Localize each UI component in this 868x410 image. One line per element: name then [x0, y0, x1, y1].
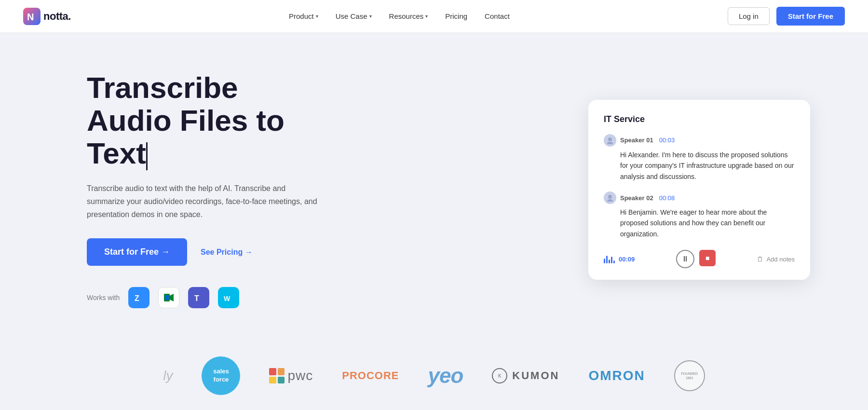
- svg-text:W: W: [224, 295, 231, 302]
- speaker2-text: Hi Benjamin. We're eager to hear more ab…: [604, 207, 795, 239]
- audio-bar-1: [604, 259, 605, 263]
- svg-rect-5: [165, 295, 169, 300]
- logo-salesforce: salesforce: [202, 356, 240, 395]
- hero-right: IT Service Speaker 01 00:03 Hi Alexander…: [347, 100, 810, 280]
- card-controls: 00:09 ⏸ ■ 🗒 Add notes: [604, 250, 795, 268]
- nav-item-pricing[interactable]: Pricing: [445, 12, 467, 20]
- chevron-down-icon: ▾: [369, 14, 372, 19]
- speaker2-row: Speaker 02 00:08: [604, 191, 795, 204]
- kumon-circle: K: [492, 368, 507, 383]
- audio-bar-3: [609, 260, 610, 263]
- chevron-down-icon: ▾: [425, 14, 428, 19]
- add-notes-button[interactable]: 🗒 Add notes: [757, 256, 795, 263]
- nav-actions: Log in Start for Free: [728, 7, 845, 26]
- hero-description: Transcribe audio to text with the help o…: [87, 182, 318, 221]
- procore-text: PROCORE: [342, 369, 399, 382]
- speaker1-name: Speaker 01: [620, 137, 653, 144]
- svg-marker-4: [170, 294, 174, 301]
- svg-point-10: [608, 195, 612, 199]
- omron-text: OMRON: [588, 368, 645, 383]
- zoom-icon: Z: [128, 287, 149, 308]
- audio-bar-2: [606, 256, 608, 263]
- nav-item-usecase[interactable]: Use Case ▾: [336, 12, 372, 20]
- logo-omron: OMRON: [588, 368, 645, 383]
- pwc-sq-red: [269, 368, 276, 375]
- svg-text:N: N: [27, 12, 34, 22]
- notes-icon: 🗒: [757, 256, 763, 263]
- svg-text:Z: Z: [135, 294, 139, 302]
- speaker2-block: Speaker 02 00:08 Hi Benjamin. We're eage…: [604, 191, 795, 239]
- pwc-sq-orange: [278, 368, 285, 375]
- hero-actions: Start for Free → See Pricing →: [87, 238, 347, 266]
- svg-text:T: T: [194, 294, 199, 302]
- speaker1-avatar: [604, 134, 616, 147]
- logos-section: ly salesforce pwc PROCORE yeo K KUMON OM…: [0, 337, 868, 410]
- speaker2-name: Speaker 02: [620, 194, 653, 202]
- kumon-text: KUMON: [512, 369, 559, 382]
- nav-links: Product ▾ Use Case ▾ Resources ▾ Pricing…: [289, 12, 510, 20]
- hero-title: Transcribe Audio Files to Text: [87, 71, 347, 170]
- seal-text: FOUNDED1861: [681, 371, 698, 380]
- see-pricing-button[interactable]: See Pricing →: [201, 248, 253, 257]
- logo-yeo: yeo: [428, 364, 463, 388]
- logo-icon: N: [23, 8, 41, 25]
- logo-procore: PROCORE: [342, 369, 399, 382]
- logo-text: notta.: [43, 10, 71, 23]
- pwc-sq-teal: [278, 377, 285, 384]
- audio-bar-5: [613, 260, 615, 263]
- svg-point-9: [607, 142, 613, 144]
- salesforce-text: salesforce: [213, 368, 229, 384]
- start-free-button-hero[interactable]: Start for Free →: [87, 238, 187, 266]
- playback-time: 00:09: [619, 256, 635, 263]
- google-meet-icon: [158, 287, 179, 308]
- logo-partial: ly: [163, 368, 173, 383]
- chevron-down-icon: ▾: [316, 14, 318, 19]
- pause-icon: ⏸: [681, 255, 689, 263]
- nav-item-resources[interactable]: Resources ▾: [389, 12, 428, 20]
- speaker1-text: Hi Alexander. I'm here to discuss the pr…: [604, 150, 795, 182]
- pwc-sq-yellow: [269, 377, 276, 384]
- logo-link[interactable]: N notta.: [23, 8, 71, 25]
- start-free-button-nav[interactable]: Start for Free: [776, 7, 845, 26]
- cursor: [146, 142, 148, 170]
- transcript-card: IT Service Speaker 01 00:03 Hi Alexander…: [588, 100, 810, 280]
- audio-bar-4: [611, 257, 612, 263]
- login-button[interactable]: Log in: [728, 7, 770, 25]
- navbar: N notta. Product ▾ Use Case ▾ Resources …: [0, 0, 868, 33]
- works-with: Works with Z T: [87, 287, 347, 308]
- audio-bars: [604, 255, 615, 263]
- card-title: IT Service: [604, 114, 795, 124]
- nav-item-product[interactable]: Product ▾: [289, 12, 318, 20]
- speaker1-block: Speaker 01 00:03 Hi Alexander. I'm here …: [604, 134, 795, 182]
- hero-section: Transcribe Audio Files to Text Transcrib…: [0, 33, 868, 337]
- audio-indicator: 00:09: [604, 255, 635, 263]
- logo-kumon: K KUMON: [492, 368, 559, 383]
- nav-item-contact[interactable]: Contact: [485, 12, 510, 20]
- stop-icon: ■: [705, 254, 709, 262]
- works-with-label: Works with: [87, 294, 120, 301]
- logo-pwc: pwc: [269, 368, 313, 383]
- yeo-text: yeo: [428, 364, 463, 388]
- speaker1-row: Speaker 01 00:03: [604, 134, 795, 147]
- svg-point-8: [608, 137, 612, 141]
- hero-content: Transcribe Audio Files to Text Transcrib…: [87, 71, 347, 308]
- pwc-text: pwc: [287, 368, 313, 383]
- speaker2-time: 00:08: [659, 194, 675, 202]
- webex-icon: W: [218, 287, 239, 308]
- svg-point-11: [607, 199, 613, 202]
- microsoft-teams-icon: T: [188, 287, 209, 308]
- stop-button[interactable]: ■: [699, 250, 716, 266]
- control-buttons: ⏸ ■: [676, 250, 716, 268]
- pause-button[interactable]: ⏸: [676, 250, 694, 268]
- logo-university-seal: FOUNDED1861: [674, 360, 705, 391]
- speaker1-time: 00:03: [659, 137, 675, 144]
- speaker2-avatar: [604, 191, 616, 204]
